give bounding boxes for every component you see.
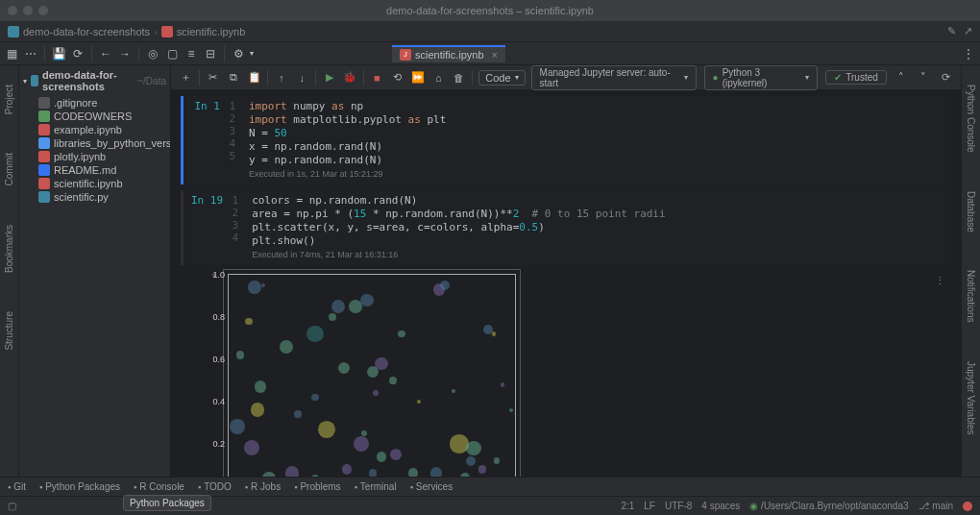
plot-output: 0.20.40.60.81.00.20.40.60.81.0 <box>223 269 521 477</box>
indent[interactable]: 4 spaces <box>701 501 740 511</box>
stop-icon[interactable]: ■ <box>370 70 384 86</box>
file-README.md[interactable]: README.md <box>23 163 170 177</box>
window-traffic-lights[interactable] <box>8 6 48 15</box>
debug-icon[interactable]: 🐞 <box>342 70 356 86</box>
cell-output: ˅ 0.20.40.60.81.00.20.40.60.81.0 ⋮ <box>181 269 951 477</box>
restart-icon[interactable]: ⟲ <box>390 70 404 86</box>
menu-icon[interactable]: ▦ <box>4 46 19 61</box>
scatter-point <box>342 464 353 475</box>
file-icon <box>38 110 50 122</box>
scatter-point <box>261 283 265 287</box>
back-icon[interactable]: ← <box>98 46 113 61</box>
target-icon[interactable]: ◎ <box>145 46 160 61</box>
reload-icon[interactable]: ⟳ <box>70 46 86 61</box>
caret-pos[interactable]: 2:1 <box>621 501 634 511</box>
expand-down-icon[interactable]: ˅ <box>917 70 931 86</box>
crumb-project[interactable]: demo-data-for-screenshots <box>23 26 150 37</box>
open-external-icon[interactable]: ↗ <box>964 25 972 37</box>
file-icon <box>38 124 50 135</box>
more-icon[interactable]: ⋯ <box>23 46 38 61</box>
tool-database[interactable]: Database <box>966 191 976 233</box>
bottom-tab-todo[interactable]: ▪TODO <box>198 481 232 492</box>
copy-icon[interactable]: ⧉ <box>227 70 241 86</box>
paste-icon[interactable]: 📋 <box>247 70 261 86</box>
tool-commit[interactable]: Commit <box>4 153 14 185</box>
scatter-point <box>236 351 244 358</box>
bottom-tab-terminal[interactable]: ▪Terminal <box>355 481 397 492</box>
gear-icon[interactable]: ⚙ <box>231 46 246 61</box>
code-body[interactable]: colors = np.random.rand(N) area = np.pi … <box>244 190 951 265</box>
fwd-icon[interactable]: → <box>117 46 133 61</box>
line-sep[interactable]: LF <box>644 501 655 511</box>
scatter-point <box>248 281 260 293</box>
window-title: demo-data-for-screenshots – scientific.i… <box>386 5 594 16</box>
output-more-icon[interactable]: ⋮ <box>935 275 945 287</box>
tool-project[interactable]: Project <box>4 85 14 114</box>
file-scientific.py[interactable]: scientific.py <box>23 190 170 204</box>
scatter-point <box>360 294 373 307</box>
readonly-icon[interactable] <box>963 502 972 511</box>
tool-structure[interactable]: Structure <box>4 311 14 351</box>
file-.gitignore[interactable]: .gitignore <box>23 96 170 110</box>
cut-icon[interactable]: ✂ <box>206 70 220 86</box>
scatter-point <box>373 390 379 396</box>
scatter-point <box>492 331 496 335</box>
edit-icon[interactable]: ✎ <box>947 25 956 37</box>
scatter-point <box>311 394 318 401</box>
bottom-tab-r-jobs[interactable]: ▪R Jobs <box>245 481 281 492</box>
trusted-chip[interactable]: ✔Trusted <box>825 70 887 85</box>
file-scientific.ipynb[interactable]: scientific.ipynb <box>23 177 170 190</box>
project-root[interactable]: ▾ demo-data-for-screenshots ~/Data <box>19 65 170 96</box>
erase-icon[interactable]: ⌂ <box>431 70 446 86</box>
interpreter[interactable]: ◉ /Users/Clara.Byrne/opt/anaconda3 <box>749 501 908 511</box>
bottom-tab-problems[interactable]: ▪Problems <box>294 481 340 492</box>
list-icon[interactable]: ≡ <box>184 46 199 61</box>
file-libraries_by_python_version.csv[interactable]: libraries_by_python_version.csv <box>23 136 170 150</box>
scatter-point <box>466 456 476 466</box>
scatter-point <box>306 326 323 342</box>
run-all-icon[interactable]: ⏩ <box>410 70 425 86</box>
panel-icon[interactable]: ▢ <box>8 501 16 511</box>
bottom-tab-python-packages[interactable]: ▪Python Packages <box>39 481 120 492</box>
editor-tab[interactable]: J scientific.ipynb × <box>392 45 505 62</box>
add-cell-icon[interactable]: ＋ <box>179 70 193 86</box>
resync-icon[interactable]: ⟳ <box>939 70 953 86</box>
scatter-point <box>338 362 350 374</box>
scatter-point <box>375 357 387 370</box>
close-icon[interactable]: × <box>492 49 498 61</box>
bottom-tab-r-console[interactable]: ▪R Console <box>134 481 184 492</box>
down-icon[interactable]: ↓ <box>295 70 309 86</box>
crumb-file[interactable]: scientific.ipynb <box>177 26 246 37</box>
cell-2[interactable]: In 19 1234 colors = np.random.rand(N) ar… <box>181 190 951 477</box>
scatter-point <box>398 331 405 338</box>
trash-icon[interactable]: 🗑 <box>452 70 466 86</box>
tool-jupyter-variables[interactable]: Jupyter Variables <box>966 361 976 435</box>
file-CODEOWNERS[interactable]: CODEOWNERS <box>23 110 170 123</box>
bottom-tab-services[interactable]: ▪Services <box>410 481 453 492</box>
tool-bookmarks[interactable]: Bookmarks <box>4 225 14 273</box>
file-plotly.ipynb[interactable]: plotly.ipynb <box>23 150 170 163</box>
bottom-tab-git[interactable]: ▪Git <box>8 481 26 492</box>
box-icon[interactable]: ▢ <box>164 46 180 61</box>
scatter-point <box>354 436 369 452</box>
kernel-chip[interactable]: ●Python 3 (ipykernel)▾ <box>704 65 819 90</box>
cell-1[interactable]: In 1 12345 import numpy as np import mat… <box>181 96 951 184</box>
run-cell-icon[interactable]: ▶ <box>322 70 336 86</box>
up-icon[interactable]: ↑ <box>274 70 288 86</box>
save-icon[interactable]: 💾 <box>51 46 66 61</box>
expand-up-icon[interactable]: ˄ <box>894 70 909 86</box>
git-branch[interactable]: ⎇ main <box>919 501 953 511</box>
cells-container: In 1 12345 import numpy as np import mat… <box>171 90 961 477</box>
file-example.ipynb[interactable]: example.ipynb <box>23 123 170 136</box>
encoding[interactable]: UTF-8 <box>665 501 692 511</box>
tool-notifications[interactable]: Notifications <box>966 270 976 322</box>
tool-python-console[interactable]: Python Console <box>966 85 976 153</box>
scatter-point <box>466 441 480 455</box>
cell-type-dropdown[interactable]: Code▾ <box>478 70 525 86</box>
tree-icon[interactable]: ⊟ <box>203 46 218 61</box>
tabs-more-icon[interactable]: ⋮ <box>961 46 976 61</box>
scatter-point <box>408 468 419 477</box>
jupyter-server-chip[interactable]: Managed Jupyter server: auto-start▾ <box>531 65 697 90</box>
project-panel: ▾ demo-data-for-screenshots ~/Data .giti… <box>19 65 171 477</box>
code-body[interactable]: import numpy as np import matplotlib.pyp… <box>241 96 951 184</box>
